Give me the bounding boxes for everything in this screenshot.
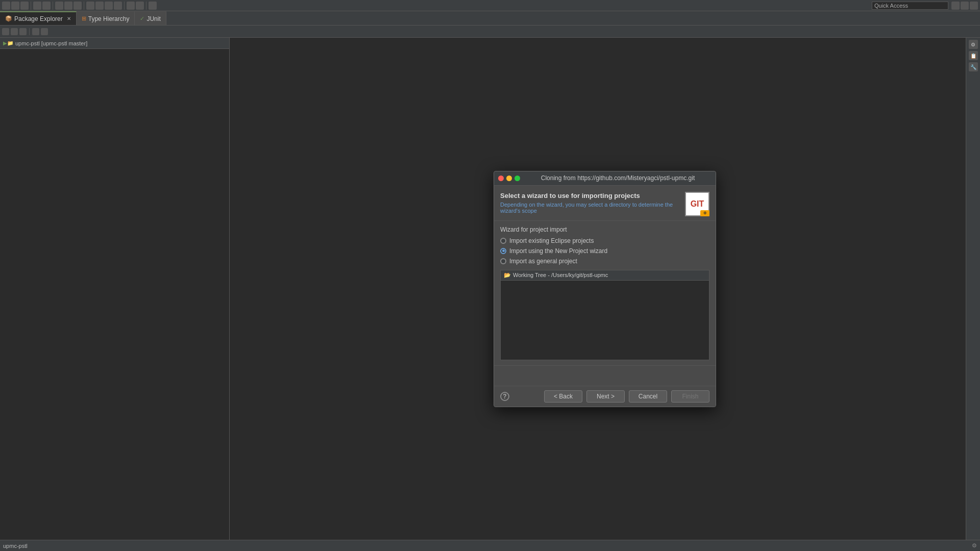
- toolbar-sep-5: [146, 2, 146, 10]
- tab-tool-3[interactable]: [19, 28, 27, 35]
- status-bar: upmc-pstl ⚙: [0, 540, 980, 551]
- tab-tool-5[interactable]: [41, 28, 48, 35]
- toolbar-icon-13[interactable]: [127, 2, 135, 10]
- radio-import-general[interactable]: Import as general project: [500, 258, 709, 265]
- right-side-bar: ⚙ 📋 🔧: [966, 38, 980, 540]
- right-panel: Cloning from https://github.com/Misterya…: [230, 38, 980, 540]
- radio-import-existing[interactable]: Import existing Eclipse projects: [500, 237, 709, 244]
- tab-junit[interactable]: ✓ JUnit: [135, 11, 166, 25]
- dialog-titlebar: Cloning from https://github.com/Misterya…: [494, 171, 716, 186]
- radio-circle-general[interactable]: [500, 258, 506, 264]
- git-badge: ⚙: [700, 210, 709, 216]
- toolbar-icon-8[interactable]: [74, 2, 82, 10]
- project-folder-icon: 📁: [7, 40, 13, 46]
- tab-tool-1[interactable]: [2, 28, 9, 35]
- dialog-header-text: Select a wizard to use for importing pro…: [500, 192, 681, 214]
- tab-package-explorer-close[interactable]: ✕: [67, 16, 71, 21]
- wizard-label: Wizard for project import: [500, 226, 709, 233]
- toolbar-icon-11[interactable]: [105, 2, 113, 10]
- tab-bar: 📦 Package Explorer ✕ ⊞ Type Hierarchy ✓ …: [0, 11, 980, 26]
- finish-button[interactable]: Finish: [671, 390, 709, 403]
- tree-folder-icon: 📂: [504, 272, 511, 279]
- radio-label-general: Import as general project: [509, 258, 577, 265]
- toolbar-icon-9[interactable]: [86, 2, 94, 10]
- tree-body: [501, 281, 709, 360]
- quick-access-label: Quick Access: [874, 3, 908, 9]
- dialog-header-subtitle: Depending on the wizard, you may select …: [500, 202, 681, 214]
- toolbar-icon-6[interactable]: [55, 2, 63, 10]
- cancel-button[interactable]: Cancel: [629, 390, 667, 403]
- toolbar-icon-7[interactable]: [64, 2, 72, 10]
- toolbar-icon-4[interactable]: [33, 2, 41, 10]
- status-text: upmc-pstl: [3, 543, 28, 549]
- quick-access-box[interactable]: Quick Access: [872, 2, 948, 10]
- side-icon-2[interactable]: 📋: [969, 51, 978, 60]
- toolbar-icon-right-2[interactable]: [961, 2, 969, 10]
- toolbar-icon-right-1[interactable]: [951, 2, 960, 10]
- traffic-lights: [498, 176, 520, 181]
- traffic-light-close[interactable]: [498, 176, 504, 181]
- radio-label-existing: Import existing Eclipse projects: [509, 237, 594, 244]
- toolbar-icon-5[interactable]: [42, 2, 51, 10]
- tree-panel: 📂 Working Tree - /Users/ky/git/pstl-upmc: [500, 270, 709, 360]
- dialog-buttons: ? < Back Next > Cancel Finish: [494, 386, 716, 407]
- toolbar-icon-3[interactable]: [20, 2, 29, 10]
- toolbar-icon-2[interactable]: [11, 2, 19, 10]
- status-right: ⚙: [972, 542, 977, 549]
- tab-package-explorer-label: Package Explorer: [14, 15, 63, 22]
- radio-group: Import existing Eclipse projects Import …: [500, 237, 709, 265]
- dialog-title: Cloning from https://github.com/Misterya…: [524, 174, 712, 182]
- project-expand-icon[interactable]: ▶: [3, 40, 7, 46]
- traffic-light-maximize[interactable]: [514, 176, 520, 181]
- dialog-body: Wizard for project import Import existin…: [494, 221, 716, 365]
- side-icon-3[interactable]: 🔧: [969, 62, 978, 71]
- side-icon-1[interactable]: ⚙: [969, 40, 978, 49]
- toolbar-sep-4: [124, 2, 125, 10]
- radio-circle-new-wizard[interactable]: [500, 248, 506, 254]
- tab-toolbar-sep: [29, 28, 30, 35]
- tab-tool-4[interactable]: [32, 28, 39, 35]
- help-button[interactable]: ?: [500, 392, 509, 401]
- tab-type-hierarchy-label: Type Hierarchy: [88, 15, 130, 22]
- tab-junit-label: JUnit: [146, 15, 160, 22]
- package-explorer-icon: 📦: [5, 15, 12, 22]
- toolbar-icon-14[interactable]: [136, 2, 144, 10]
- tree-header-label: Working Tree - /Users/ky/git/pstl-upmc: [513, 272, 608, 278]
- tab-toolbar: [0, 26, 980, 38]
- toolbar-icon-10[interactable]: [95, 2, 104, 10]
- dialog-header-title: Select a wizard to use for importing pro…: [500, 192, 681, 199]
- junit-icon: ✓: [140, 15, 144, 22]
- radio-label-new-wizard: Import using the New Project wizard: [509, 247, 607, 255]
- top-toolbar: Quick Access: [0, 0, 980, 11]
- toolbar-sep-1: [31, 2, 31, 10]
- main-layout: ▶ 📁 upmc-pstl [upmc-pstl master] Cloning…: [0, 38, 980, 540]
- next-button[interactable]: Next >: [586, 390, 625, 403]
- left-panel: ▶ 📁 upmc-pstl [upmc-pstl master]: [0, 38, 230, 540]
- dialog-overlay: Cloning from https://github.com/Misterya…: [230, 38, 980, 540]
- toolbar-icon-1[interactable]: [2, 2, 10, 10]
- dialog-header: Select a wizard to use for importing pro…: [494, 186, 716, 221]
- type-hierarchy-icon: ⊞: [82, 15, 86, 22]
- left-panel-header: ▶ 📁 upmc-pstl [upmc-pstl master]: [0, 38, 229, 49]
- git-icon-text: GIT: [691, 199, 704, 209]
- project-item-label: upmc-pstl [upmc-pstl master]: [15, 40, 87, 46]
- back-button[interactable]: < Back: [544, 390, 582, 403]
- toolbar-sep-2: [53, 2, 53, 10]
- tab-tool-2[interactable]: [11, 28, 18, 35]
- dialog: Cloning from https://github.com/Misterya…: [494, 171, 716, 407]
- tab-package-explorer[interactable]: 📦 Package Explorer ✕: [0, 11, 77, 25]
- radio-circle-existing[interactable]: [500, 238, 506, 244]
- git-icon: GIT ⚙: [685, 192, 709, 216]
- toolbar-sep-3: [84, 2, 84, 10]
- tree-header: 📂 Working Tree - /Users/ky/git/pstl-upmc: [501, 270, 709, 281]
- toolbar-icon-12[interactable]: [114, 2, 122, 10]
- traffic-light-minimize[interactable]: [506, 176, 512, 181]
- radio-import-new-wizard[interactable]: Import using the New Project wizard: [500, 247, 709, 255]
- dialog-footer-spacer: [494, 365, 716, 386]
- toolbar-icon-right-3[interactable]: [970, 2, 978, 10]
- toolbar-icon-15[interactable]: [149, 2, 157, 10]
- tab-type-hierarchy[interactable]: ⊞ Type Hierarchy: [77, 11, 135, 25]
